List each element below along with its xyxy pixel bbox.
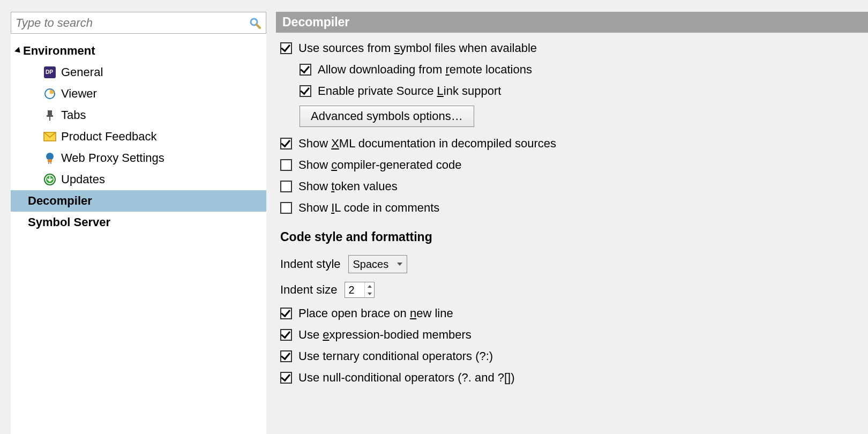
checkbox[interactable] (280, 308, 292, 319)
pin-icon (42, 109, 58, 121)
svg-rect-12 (50, 162, 51, 164)
checkbox[interactable] (280, 372, 292, 384)
label: Use expression-bodied members (298, 328, 472, 342)
checkbox[interactable] (280, 202, 292, 214)
field-indent-style: Indent style Spaces (280, 255, 863, 273)
indent-style-label: Indent style (280, 257, 341, 271)
tree-item-label: Updates (61, 173, 105, 186)
opt-allow-remote[interactable]: Allow downloading from remote locations (280, 63, 863, 77)
viewer-icon (42, 88, 58, 100)
spinner-value: 2 (345, 282, 364, 297)
tree-item-label: General (61, 65, 103, 79)
label: Use ternary conditional operators (?:) (298, 349, 493, 363)
tree-item-label: Decompiler (28, 194, 92, 208)
tree-item-label: Symbol Server (28, 215, 110, 229)
indent-size-spinner[interactable]: 2 (345, 282, 375, 298)
tree-item-symbol-server[interactable]: Symbol Server (11, 212, 266, 233)
search-input[interactable] (16, 16, 249, 30)
panel-header: Decompiler (276, 12, 868, 33)
opt-ternary[interactable]: Use ternary conditional operators (?:) (280, 349, 863, 363)
app-icon: DP (42, 66, 58, 78)
opt-show-xml[interactable]: Show XML documentation in decompiled sou… (280, 137, 863, 151)
checkbox[interactable] (280, 42, 292, 54)
select-value: Spaces (353, 258, 389, 271)
right-panel: Decompiler Use sources from symbol files… (266, 12, 868, 434)
panel-body: Use sources from symbol files when avail… (276, 33, 868, 398)
svg-point-9 (46, 153, 54, 160)
opt-show-compiler[interactable]: Show compiler-generated code (280, 158, 863, 172)
tree-item-label: Viewer (61, 87, 97, 101)
opt-show-token[interactable]: Show token values (280, 179, 863, 193)
tree-group-environment[interactable]: Environment (11, 40, 266, 62)
checkbox[interactable] (280, 350, 292, 362)
left-panel: Environment DP General Viewer Tabs (0, 12, 266, 434)
label: Show IL code in comments (298, 201, 439, 215)
opt-null-conditional[interactable]: Use null-conditional operators (?. and ?… (280, 371, 863, 385)
opt-show-il[interactable]: Show IL code in comments (280, 201, 863, 215)
svg-rect-10 (48, 159, 52, 162)
tree-item-general[interactable]: DP General (11, 62, 266, 83)
search-wrap (11, 12, 266, 34)
label: Use null-conditional operators (?. and ?… (298, 371, 515, 385)
tree-item-tabs[interactable]: Tabs (11, 104, 266, 126)
chevron-down-icon (368, 293, 372, 295)
opt-open-brace[interactable]: Place open brace on new line (280, 306, 863, 320)
indent-style-select[interactable]: Spaces (348, 255, 407, 273)
checkbox[interactable] (300, 85, 311, 97)
options-window: Environment DP General Viewer Tabs (0, 0, 868, 434)
label: Show token values (298, 179, 398, 193)
mail-icon (42, 132, 58, 141)
tree-group-label: Environment (23, 44, 95, 58)
spinner-arrows[interactable] (364, 282, 374, 297)
search-icon[interactable] (249, 17, 261, 29)
svg-rect-6 (47, 115, 53, 117)
checkbox[interactable] (280, 159, 292, 171)
field-indent-size: Indent size 2 (280, 282, 863, 298)
svg-rect-5 (48, 110, 52, 116)
opt-private-sourcelink[interactable]: Enable private Source Link support (280, 84, 863, 98)
nav-tree: Environment DP General Viewer Tabs (11, 34, 266, 434)
svg-text:DP: DP (46, 69, 53, 75)
tree-item-viewer[interactable]: Viewer (11, 83, 266, 104)
indent-size-label: Indent size (280, 283, 337, 297)
chevron-up-icon (368, 285, 372, 288)
chevron-down-icon (397, 263, 402, 266)
svg-rect-7 (49, 117, 50, 121)
label: Enable private Source Link support (318, 84, 501, 98)
section-code-style: Code style and formatting (280, 230, 863, 244)
label: Use sources from symbol files when avail… (298, 41, 537, 55)
tree-item-feedback[interactable]: Product Feedback (11, 126, 266, 147)
tree-item-updates[interactable]: Updates (11, 169, 266, 190)
checkbox[interactable] (280, 138, 292, 149)
svg-line-1 (257, 25, 260, 28)
expand-icon (14, 47, 23, 55)
tree-item-decompiler[interactable]: Decompiler (11, 190, 266, 212)
svg-rect-11 (48, 162, 49, 164)
checkbox[interactable] (300, 64, 311, 76)
label: Show compiler-generated code (298, 158, 462, 172)
tree-item-label: Tabs (61, 108, 86, 122)
label: Show XML documentation in decompiled sou… (298, 137, 556, 151)
advanced-symbols-button[interactable]: Advanced symbols options… (300, 106, 474, 127)
tree-item-label: Product Feedback (61, 130, 157, 144)
opt-expr-bodied[interactable]: Use expression-bodied members (280, 328, 863, 342)
tree-item-label: Web Proxy Settings (61, 151, 164, 165)
tree-item-proxy[interactable]: Web Proxy Settings (11, 147, 266, 169)
label: Place open brace on new line (298, 306, 453, 320)
plug-icon (42, 152, 58, 164)
opt-use-sources[interactable]: Use sources from symbol files when avail… (280, 41, 863, 55)
checkbox[interactable] (280, 329, 292, 341)
label: Allow downloading from remote locations (318, 63, 532, 77)
download-icon (42, 174, 58, 185)
checkbox[interactable] (280, 181, 292, 192)
